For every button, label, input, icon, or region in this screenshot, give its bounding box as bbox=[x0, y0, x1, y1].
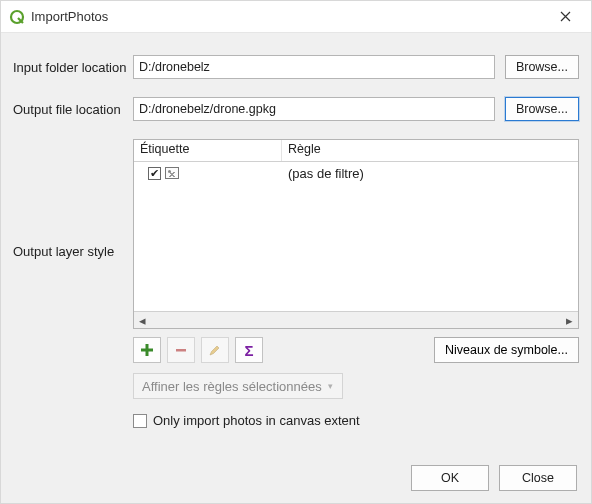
scroll-left-icon[interactable]: ◂ bbox=[134, 312, 151, 328]
rule-checkbox[interactable]: ✔ bbox=[148, 167, 161, 180]
column-regle[interactable]: Règle bbox=[282, 140, 578, 161]
edit-rule-button[interactable] bbox=[201, 337, 229, 363]
column-etiquette[interactable]: Étiquette bbox=[134, 140, 282, 161]
count-rules-button[interactable]: Σ bbox=[235, 337, 263, 363]
svg-rect-3 bbox=[176, 349, 186, 352]
output-file-browse-button[interactable]: Browse... bbox=[505, 97, 579, 121]
rule-row[interactable]: ✔ (pas de filtre) bbox=[134, 162, 578, 184]
input-folder-field[interactable] bbox=[133, 55, 495, 79]
plus-icon bbox=[140, 343, 154, 357]
input-folder-label: Input folder location bbox=[13, 60, 133, 75]
window-close-button[interactable] bbox=[545, 1, 585, 33]
ok-button[interactable]: OK bbox=[411, 465, 489, 491]
titlebar: ImportPhotos bbox=[1, 1, 591, 33]
scroll-track[interactable] bbox=[151, 312, 561, 328]
svg-rect-2 bbox=[141, 349, 153, 352]
rule-text: (pas de filtre) bbox=[282, 166, 578, 181]
horizontal-scrollbar[interactable]: ◂ ▸ bbox=[134, 311, 578, 328]
symbol-levels-button[interactable]: Niveaux de symbole... bbox=[434, 337, 579, 363]
rules-header: Étiquette Règle bbox=[134, 140, 578, 162]
minus-icon bbox=[174, 343, 188, 357]
output-file-field[interactable] bbox=[133, 97, 495, 121]
only-extent-checkbox[interactable] bbox=[133, 414, 147, 428]
sigma-icon: Σ bbox=[244, 342, 253, 359]
rules-table[interactable]: Étiquette Règle ✔ (pas de filtre) ◂ bbox=[133, 139, 579, 329]
close-button[interactable]: Close bbox=[499, 465, 577, 491]
refine-rules-label: Affiner les règles sélectionnées bbox=[142, 379, 322, 394]
chevron-down-icon: ▾ bbox=[328, 381, 333, 391]
scroll-right-icon[interactable]: ▸ bbox=[561, 312, 578, 328]
refine-rules-dropdown[interactable]: Affiner les règles sélectionnées ▾ bbox=[133, 373, 343, 399]
remove-rule-button[interactable] bbox=[167, 337, 195, 363]
output-file-label: Output file location bbox=[13, 102, 133, 117]
window-title: ImportPhotos bbox=[31, 9, 108, 24]
input-folder-browse-button[interactable]: Browse... bbox=[505, 55, 579, 79]
only-extent-label: Only import photos in canvas extent bbox=[153, 413, 360, 428]
pencil-icon bbox=[208, 343, 222, 357]
add-rule-button[interactable] bbox=[133, 337, 161, 363]
output-layer-style-label: Output layer style bbox=[13, 244, 133, 259]
image-icon bbox=[165, 167, 179, 179]
qgis-icon bbox=[9, 9, 25, 25]
